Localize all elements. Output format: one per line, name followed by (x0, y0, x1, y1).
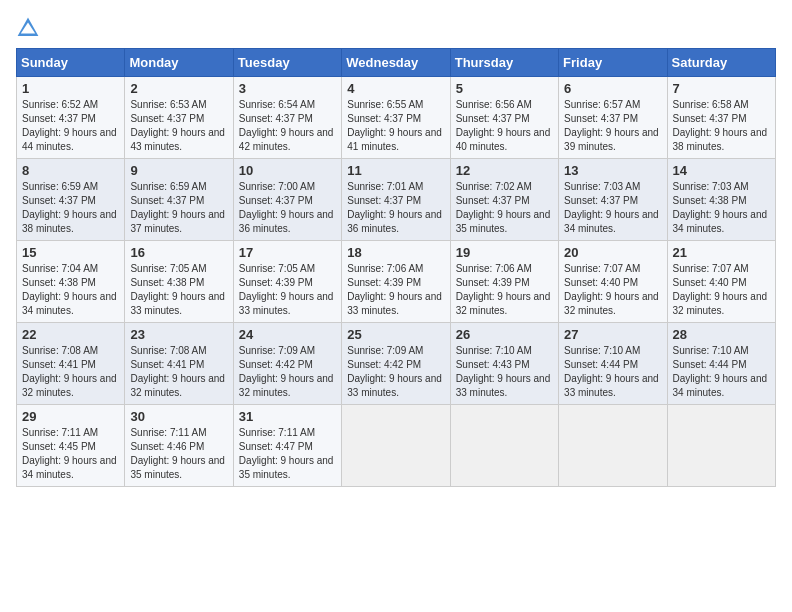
day-number: 3 (239, 81, 336, 96)
logo (16, 16, 44, 40)
calendar-cell: 18 Sunrise: 7:06 AMSunset: 4:39 PMDaylig… (342, 241, 450, 323)
day-number: 4 (347, 81, 444, 96)
cell-info: Sunrise: 7:06 AMSunset: 4:39 PMDaylight:… (456, 263, 551, 316)
cell-info: Sunrise: 6:56 AMSunset: 4:37 PMDaylight:… (456, 99, 551, 152)
logo-icon (16, 16, 40, 40)
cell-info: Sunrise: 7:10 AMSunset: 4:44 PMDaylight:… (673, 345, 768, 398)
cell-info: Sunrise: 6:53 AMSunset: 4:37 PMDaylight:… (130, 99, 225, 152)
calendar-cell: 12 Sunrise: 7:02 AMSunset: 4:37 PMDaylig… (450, 159, 558, 241)
calendar-cell: 3 Sunrise: 6:54 AMSunset: 4:37 PMDayligh… (233, 77, 341, 159)
cell-info: Sunrise: 7:01 AMSunset: 4:37 PMDaylight:… (347, 181, 442, 234)
day-number: 31 (239, 409, 336, 424)
cell-info: Sunrise: 6:57 AMSunset: 4:37 PMDaylight:… (564, 99, 659, 152)
cell-info: Sunrise: 6:59 AMSunset: 4:37 PMDaylight:… (22, 181, 117, 234)
day-number: 13 (564, 163, 661, 178)
day-number: 28 (673, 327, 770, 342)
calendar-cell: 8 Sunrise: 6:59 AMSunset: 4:37 PMDayligh… (17, 159, 125, 241)
calendar-cell: 28 Sunrise: 7:10 AMSunset: 4:44 PMDaylig… (667, 323, 775, 405)
calendar-cell: 24 Sunrise: 7:09 AMSunset: 4:42 PMDaylig… (233, 323, 341, 405)
day-number: 27 (564, 327, 661, 342)
day-number: 7 (673, 81, 770, 96)
day-number: 23 (130, 327, 227, 342)
calendar-week-row: 8 Sunrise: 6:59 AMSunset: 4:37 PMDayligh… (17, 159, 776, 241)
calendar-cell: 6 Sunrise: 6:57 AMSunset: 4:37 PMDayligh… (559, 77, 667, 159)
cell-info: Sunrise: 7:08 AMSunset: 4:41 PMDaylight:… (22, 345, 117, 398)
weekday-header: Sunday (17, 49, 125, 77)
cell-info: Sunrise: 7:03 AMSunset: 4:37 PMDaylight:… (564, 181, 659, 234)
day-number: 5 (456, 81, 553, 96)
day-number: 12 (456, 163, 553, 178)
calendar-cell: 23 Sunrise: 7:08 AMSunset: 4:41 PMDaylig… (125, 323, 233, 405)
calendar-cell: 2 Sunrise: 6:53 AMSunset: 4:37 PMDayligh… (125, 77, 233, 159)
weekday-header-row: SundayMondayTuesdayWednesdayThursdayFrid… (17, 49, 776, 77)
calendar-cell: 14 Sunrise: 7:03 AMSunset: 4:38 PMDaylig… (667, 159, 775, 241)
weekday-header: Wednesday (342, 49, 450, 77)
cell-info: Sunrise: 6:55 AMSunset: 4:37 PMDaylight:… (347, 99, 442, 152)
calendar-cell: 10 Sunrise: 7:00 AMSunset: 4:37 PMDaylig… (233, 159, 341, 241)
day-number: 6 (564, 81, 661, 96)
calendar-cell: 22 Sunrise: 7:08 AMSunset: 4:41 PMDaylig… (17, 323, 125, 405)
cell-info: Sunrise: 7:10 AMSunset: 4:44 PMDaylight:… (564, 345, 659, 398)
calendar-cell: 25 Sunrise: 7:09 AMSunset: 4:42 PMDaylig… (342, 323, 450, 405)
calendar-cell: 1 Sunrise: 6:52 AMSunset: 4:37 PMDayligh… (17, 77, 125, 159)
calendar-cell: 7 Sunrise: 6:58 AMSunset: 4:37 PMDayligh… (667, 77, 775, 159)
weekday-header: Monday (125, 49, 233, 77)
cell-info: Sunrise: 7:04 AMSunset: 4:38 PMDaylight:… (22, 263, 117, 316)
day-number: 2 (130, 81, 227, 96)
calendar-cell: 13 Sunrise: 7:03 AMSunset: 4:37 PMDaylig… (559, 159, 667, 241)
calendar-cell: 31 Sunrise: 7:11 AMSunset: 4:47 PMDaylig… (233, 405, 341, 487)
day-number: 16 (130, 245, 227, 260)
cell-info: Sunrise: 7:11 AMSunset: 4:45 PMDaylight:… (22, 427, 117, 480)
day-number: 14 (673, 163, 770, 178)
cell-info: Sunrise: 6:54 AMSunset: 4:37 PMDaylight:… (239, 99, 334, 152)
day-number: 20 (564, 245, 661, 260)
calendar-cell (450, 405, 558, 487)
cell-info: Sunrise: 7:09 AMSunset: 4:42 PMDaylight:… (347, 345, 442, 398)
day-number: 24 (239, 327, 336, 342)
cell-info: Sunrise: 7:07 AMSunset: 4:40 PMDaylight:… (564, 263, 659, 316)
calendar-cell: 19 Sunrise: 7:06 AMSunset: 4:39 PMDaylig… (450, 241, 558, 323)
day-number: 22 (22, 327, 119, 342)
calendar-cell: 16 Sunrise: 7:05 AMSunset: 4:38 PMDaylig… (125, 241, 233, 323)
day-number: 25 (347, 327, 444, 342)
cell-info: Sunrise: 6:52 AMSunset: 4:37 PMDaylight:… (22, 99, 117, 152)
day-number: 1 (22, 81, 119, 96)
calendar-cell (342, 405, 450, 487)
cell-info: Sunrise: 7:05 AMSunset: 4:39 PMDaylight:… (239, 263, 334, 316)
calendar-week-row: 29 Sunrise: 7:11 AMSunset: 4:45 PMDaylig… (17, 405, 776, 487)
cell-info: Sunrise: 7:10 AMSunset: 4:43 PMDaylight:… (456, 345, 551, 398)
day-number: 15 (22, 245, 119, 260)
weekday-header: Tuesday (233, 49, 341, 77)
day-number: 29 (22, 409, 119, 424)
day-number: 11 (347, 163, 444, 178)
calendar-cell: 29 Sunrise: 7:11 AMSunset: 4:45 PMDaylig… (17, 405, 125, 487)
calendar-cell: 27 Sunrise: 7:10 AMSunset: 4:44 PMDaylig… (559, 323, 667, 405)
cell-info: Sunrise: 7:02 AMSunset: 4:37 PMDaylight:… (456, 181, 551, 234)
cell-info: Sunrise: 6:59 AMSunset: 4:37 PMDaylight:… (130, 181, 225, 234)
day-number: 9 (130, 163, 227, 178)
weekday-header: Saturday (667, 49, 775, 77)
cell-info: Sunrise: 6:58 AMSunset: 4:37 PMDaylight:… (673, 99, 768, 152)
calendar-cell: 30 Sunrise: 7:11 AMSunset: 4:46 PMDaylig… (125, 405, 233, 487)
cell-info: Sunrise: 7:11 AMSunset: 4:47 PMDaylight:… (239, 427, 334, 480)
calendar-cell: 20 Sunrise: 7:07 AMSunset: 4:40 PMDaylig… (559, 241, 667, 323)
calendar-cell: 15 Sunrise: 7:04 AMSunset: 4:38 PMDaylig… (17, 241, 125, 323)
page-header (16, 16, 776, 40)
calendar-cell: 17 Sunrise: 7:05 AMSunset: 4:39 PMDaylig… (233, 241, 341, 323)
calendar-cell: 9 Sunrise: 6:59 AMSunset: 4:37 PMDayligh… (125, 159, 233, 241)
cell-info: Sunrise: 7:09 AMSunset: 4:42 PMDaylight:… (239, 345, 334, 398)
day-number: 30 (130, 409, 227, 424)
calendar-week-row: 1 Sunrise: 6:52 AMSunset: 4:37 PMDayligh… (17, 77, 776, 159)
calendar-week-row: 15 Sunrise: 7:04 AMSunset: 4:38 PMDaylig… (17, 241, 776, 323)
day-number: 10 (239, 163, 336, 178)
cell-info: Sunrise: 7:00 AMSunset: 4:37 PMDaylight:… (239, 181, 334, 234)
day-number: 8 (22, 163, 119, 178)
cell-info: Sunrise: 7:07 AMSunset: 4:40 PMDaylight:… (673, 263, 768, 316)
day-number: 26 (456, 327, 553, 342)
cell-info: Sunrise: 7:08 AMSunset: 4:41 PMDaylight:… (130, 345, 225, 398)
calendar-cell: 5 Sunrise: 6:56 AMSunset: 4:37 PMDayligh… (450, 77, 558, 159)
cell-info: Sunrise: 7:03 AMSunset: 4:38 PMDaylight:… (673, 181, 768, 234)
weekday-header: Friday (559, 49, 667, 77)
calendar-cell: 21 Sunrise: 7:07 AMSunset: 4:40 PMDaylig… (667, 241, 775, 323)
calendar-cell: 11 Sunrise: 7:01 AMSunset: 4:37 PMDaylig… (342, 159, 450, 241)
